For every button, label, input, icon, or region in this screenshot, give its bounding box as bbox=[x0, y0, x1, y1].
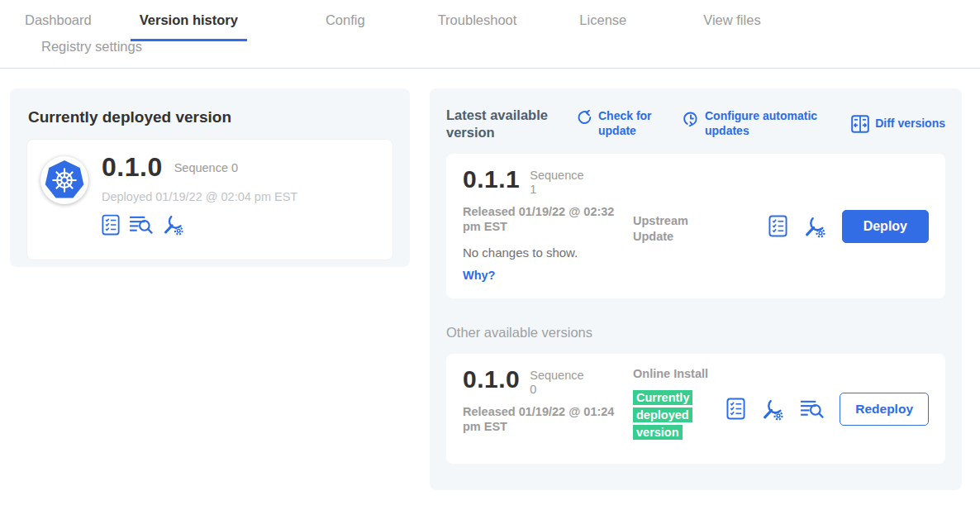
deployed-version-card: 0.1.0 Sequence 0 Deployed 01/19/22 @ 02:… bbox=[26, 139, 393, 260]
deployed-timestamp: Deployed 01/19/22 @ 02:04 pm EST bbox=[102, 190, 297, 203]
deployed-sequence-label: Sequence 0 bbox=[174, 161, 238, 174]
config-icon[interactable] bbox=[162, 213, 184, 236]
tab-registry-settings[interactable]: Registry settings bbox=[41, 39, 142, 54]
currently-deployed-badge: Currently deployed version bbox=[633, 390, 692, 440]
diff-versions-label: Diff versions bbox=[875, 117, 945, 131]
other-versions-title: Other available versions bbox=[446, 325, 945, 341]
tab-view-files[interactable]: View files bbox=[703, 12, 760, 28]
tab-dashboard[interactable]: Dashboard bbox=[25, 12, 92, 28]
deploy-button[interactable]: Deploy bbox=[842, 210, 929, 243]
tab-license[interactable]: License bbox=[579, 12, 626, 28]
available-versions-header: Latest available version Check for updat… bbox=[446, 107, 945, 141]
config-icon[interactable] bbox=[761, 398, 784, 421]
other-version-number: 0.1.0 bbox=[463, 366, 520, 393]
other-sequence-label: Sequence 0 bbox=[530, 369, 592, 396]
latest-changes-note: No changes to show. bbox=[463, 245, 626, 260]
other-source-column: Online Install Currently deployed versio… bbox=[633, 366, 712, 441]
other-released-timestamp: Released 01/19/22 @ 01:24 pm EST bbox=[463, 404, 620, 436]
redeploy-button[interactable]: Redeploy bbox=[840, 393, 929, 426]
other-source-label: Online Install bbox=[633, 366, 712, 382]
check-for-update-label: Check for update bbox=[598, 109, 669, 138]
latest-released-timestamp: Released 01/19/22 @ 02:32 pm EST bbox=[463, 204, 620, 236]
refresh-arrow-icon bbox=[577, 110, 592, 126]
available-versions-panel: Latest available version Check for updat… bbox=[430, 88, 962, 490]
latest-card-actions: Deploy bbox=[768, 210, 929, 243]
page-content: Currently deployed version 0.1.0 Sequenc… bbox=[0, 69, 980, 490]
why-link[interactable]: Why? bbox=[463, 269, 626, 282]
diff-icon bbox=[851, 115, 869, 133]
latest-available-title: Latest available version bbox=[446, 107, 560, 141]
primary-tabs: Dashboard Version history Config Trouble… bbox=[0, 0, 980, 28]
preflight-checks-icon[interactable] bbox=[726, 398, 745, 420]
deployed-version-info: 0.1.0 Sequence 0 Deployed 01/19/22 @ 02:… bbox=[102, 150, 297, 249]
latest-version-info: 0.1.1 Sequence 1 Released 01/19/22 @ 02:… bbox=[463, 166, 626, 282]
latest-version-number: 0.1.1 bbox=[463, 166, 520, 193]
config-icon[interactable] bbox=[803, 215, 826, 238]
diff-versions-link[interactable]: Diff versions bbox=[851, 114, 945, 133]
scheduled-update-icon bbox=[683, 110, 699, 126]
currently-deployed-badge-wrap: Currently deployed version bbox=[633, 389, 704, 441]
preflight-checks-icon[interactable] bbox=[102, 214, 120, 236]
currently-deployed-panel: Currently deployed version 0.1.0 Sequenc… bbox=[10, 88, 410, 267]
main-nav: Dashboard Version history Config Trouble… bbox=[0, 0, 980, 69]
other-version-info: 0.1.0 Sequence 0 Released 01/19/22 @ 01:… bbox=[463, 366, 626, 435]
preflight-checks-icon[interactable] bbox=[768, 215, 787, 237]
tab-version-history[interactable]: Version history bbox=[131, 12, 247, 41]
app-logo bbox=[40, 156, 88, 204]
deployed-version-number: 0.1.0 bbox=[102, 152, 163, 183]
latest-source-label: Upstream Update bbox=[633, 213, 712, 245]
logs-icon[interactable] bbox=[800, 398, 824, 419]
latest-version-card: 0.1.1 Sequence 1 Released 01/19/22 @ 02:… bbox=[446, 154, 945, 298]
kubernetes-logo-icon bbox=[44, 160, 85, 201]
other-version-card: 0.1.0 Sequence 0 Released 01/19/22 @ 01:… bbox=[446, 354, 945, 464]
check-for-update-link[interactable]: Check for update bbox=[577, 109, 669, 138]
tab-config[interactable]: Config bbox=[326, 12, 365, 28]
configure-automatic-updates-link[interactable]: Configure automatic updates bbox=[683, 109, 836, 138]
deployed-action-icons bbox=[102, 213, 297, 236]
logs-icon[interactable] bbox=[129, 214, 153, 235]
latest-sequence-label: Sequence 1 bbox=[530, 169, 592, 196]
configure-automatic-updates-label: Configure automatic updates bbox=[705, 109, 836, 138]
tab-troubleshoot[interactable]: Troubleshoot bbox=[438, 12, 517, 28]
deployed-panel-title: Currently deployed version bbox=[28, 108, 393, 126]
other-card-actions: Redeploy bbox=[726, 393, 929, 426]
